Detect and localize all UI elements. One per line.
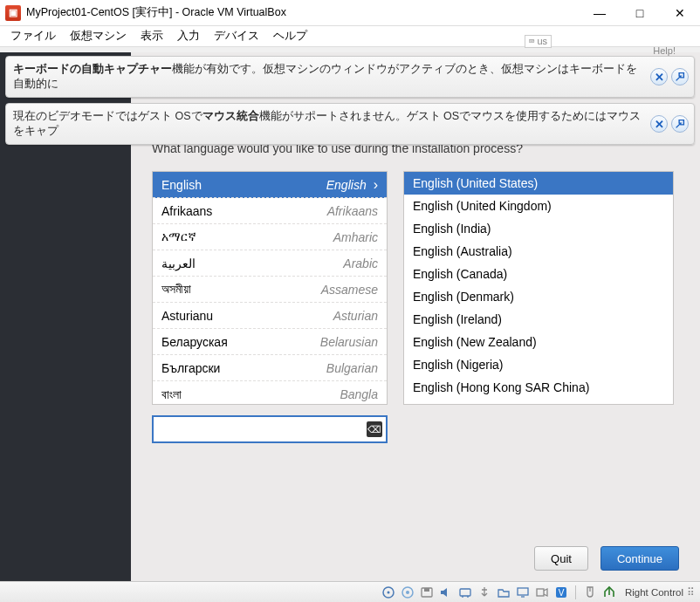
lang-english: English bbox=[326, 178, 367, 192]
close-button[interactable]: ✕ bbox=[660, 0, 700, 26]
hdd-icon[interactable] bbox=[381, 585, 395, 599]
locale-row[interactable]: English (New Zealand) bbox=[404, 331, 673, 353]
virtualbox-statusbar: V Right Control ⠿ bbox=[0, 581, 700, 602]
svg-point-1 bbox=[387, 591, 389, 593]
notif2-close-icon[interactable]: ✕ bbox=[650, 115, 668, 133]
recording-icon[interactable] bbox=[535, 585, 549, 599]
locale-row[interactable]: English (India) bbox=[404, 217, 673, 240]
locale-list[interactable]: English (United States)English (United K… bbox=[403, 171, 674, 405]
svg-rect-8 bbox=[537, 589, 544, 596]
svg-point-3 bbox=[406, 591, 409, 594]
menu-input[interactable]: 入力 bbox=[170, 27, 207, 45]
lang-native: Български bbox=[161, 361, 326, 375]
keyboard-icon: ⌨ bbox=[529, 36, 535, 47]
continue-button[interactable]: Continue bbox=[600, 546, 679, 571]
lang-english: Bulgarian bbox=[326, 361, 378, 375]
hostkey-indicator: Right Control ⠿ bbox=[625, 586, 695, 599]
lang-native: English bbox=[161, 178, 326, 192]
notif1-bold: キーボードの自動キャプチャー bbox=[13, 63, 172, 75]
svg-rect-5 bbox=[424, 588, 429, 592]
language-row[interactable]: БългарскиBulgarian bbox=[153, 355, 387, 381]
minimize-button[interactable]: — bbox=[580, 0, 620, 26]
optical-icon[interactable] bbox=[401, 585, 415, 599]
lang-native: العربية bbox=[161, 257, 343, 270]
menubar: ファイル 仮想マシン 表示 入力 デバイス ヘルプ bbox=[0, 26, 700, 47]
lang-native: Беларуская bbox=[161, 335, 320, 349]
keyboard-captured-icon[interactable] bbox=[602, 585, 616, 599]
language-row[interactable]: БеларускаяBelarusian bbox=[153, 329, 387, 355]
locale-row[interactable]: English (Canada) bbox=[404, 263, 673, 285]
network-icon[interactable] bbox=[458, 585, 472, 599]
lang-english: Amharic bbox=[333, 230, 378, 244]
vm-state-icon[interactable]: V bbox=[554, 585, 568, 599]
notif2-bold: マウス統合 bbox=[202, 110, 259, 122]
statusbar-menu-icon[interactable]: ⠿ bbox=[687, 586, 695, 599]
language-row[interactable]: বাংলাBangla bbox=[153, 381, 387, 405]
lang-english: Afrikaans bbox=[327, 204, 378, 218]
clear-search-icon[interactable]: ⌫ bbox=[367, 421, 382, 437]
notif1-close-icon[interactable]: ✕ bbox=[650, 68, 668, 86]
svg-text:V: V bbox=[559, 588, 565, 598]
lang-native: Afrikaans bbox=[161, 204, 327, 218]
keyboard-layout-label: us bbox=[537, 36, 547, 46]
locale-row[interactable]: English (Australia) bbox=[404, 240, 673, 263]
notification-mouse-integration: 現在のビデオモードではゲスト OSでマウス統合機能がサポートされません。ゲスト … bbox=[5, 103, 695, 145]
lang-english: Belarusian bbox=[320, 335, 378, 349]
lang-native: Asturianu bbox=[161, 309, 333, 323]
language-list[interactable]: EnglishEnglish›AfrikaansAfrikaansአማርኛAmh… bbox=[152, 171, 388, 405]
virtualbox-icon: ▣ bbox=[5, 5, 21, 21]
window-titlebar: ▣ MyProject01-CentOS [実行中] - Oracle VM V… bbox=[0, 0, 700, 26]
locale-row[interactable]: English (Nigeria) bbox=[404, 353, 673, 376]
lang-native: অসমীয়া bbox=[161, 282, 321, 297]
mouse-integration-icon[interactable] bbox=[583, 585, 597, 599]
hostkey-label: Right Control bbox=[625, 587, 683, 598]
svg-rect-7 bbox=[518, 588, 528, 595]
search-wrapper: ⌫ bbox=[152, 415, 388, 443]
lang-english: Arabic bbox=[343, 257, 378, 270]
display-icon[interactable] bbox=[516, 585, 530, 599]
lang-english: Asturian bbox=[333, 309, 378, 323]
language-row[interactable]: AfrikaansAfrikaans bbox=[153, 198, 387, 224]
menu-devices[interactable]: デバイス bbox=[207, 27, 266, 45]
language-row[interactable]: አማርኛAmharic bbox=[153, 224, 387, 250]
usb-icon[interactable] bbox=[477, 585, 491, 599]
language-row[interactable]: العربيةArabic bbox=[153, 250, 387, 277]
locale-row[interactable]: English (Hong Kong SAR China) bbox=[404, 376, 673, 399]
lang-english: Assamese bbox=[321, 283, 378, 297]
locale-row[interactable]: English (Denmark) bbox=[404, 285, 673, 308]
lang-english: Bangla bbox=[340, 387, 378, 401]
audio-icon[interactable] bbox=[439, 585, 453, 599]
language-row[interactable]: অসমীয়াAssamese bbox=[153, 277, 387, 303]
locale-row[interactable]: English (Ireland) bbox=[404, 308, 673, 331]
notification-keyboard-capture: キーボードの自動キャプチャー機能が有効です。仮想マシンのウィンドウがアクティブの… bbox=[5, 56, 695, 98]
menu-machine[interactable]: 仮想マシン bbox=[63, 27, 134, 45]
chevron-right-icon: › bbox=[374, 177, 378, 193]
language-search-input[interactable] bbox=[152, 415, 388, 443]
statusbar-separator bbox=[575, 585, 576, 599]
lang-native: አማርኛ bbox=[161, 229, 333, 244]
floppy-icon[interactable] bbox=[420, 585, 434, 599]
notif2-hint-icon[interactable] bbox=[671, 115, 689, 133]
notif1-hint-icon[interactable] bbox=[671, 68, 689, 86]
keyboard-layout-indicator: ⌨ us bbox=[525, 35, 552, 48]
notif2-pre: 現在のビデオモードではゲスト OSで bbox=[13, 110, 202, 122]
menu-view[interactable]: 表示 bbox=[134, 27, 170, 45]
window-title: MyProject01-CentOS [実行中] - Oracle VM Vir… bbox=[26, 5, 580, 20]
menu-help[interactable]: ヘルプ bbox=[266, 27, 314, 45]
svg-rect-6 bbox=[460, 589, 470, 596]
locale-row[interactable]: English (United Kingdom) bbox=[404, 195, 673, 217]
language-row[interactable]: EnglishEnglish› bbox=[153, 172, 387, 198]
quit-button[interactable]: Quit bbox=[534, 546, 588, 571]
menu-file[interactable]: ファイル bbox=[3, 27, 63, 45]
language-row[interactable]: AsturianuAsturian bbox=[153, 303, 387, 329]
locale-row[interactable]: English (United States) bbox=[404, 172, 673, 195]
maximize-button[interactable]: □ bbox=[620, 0, 660, 26]
shared-folders-icon[interactable] bbox=[497, 585, 511, 599]
lang-native: বাংলা bbox=[161, 387, 340, 402]
